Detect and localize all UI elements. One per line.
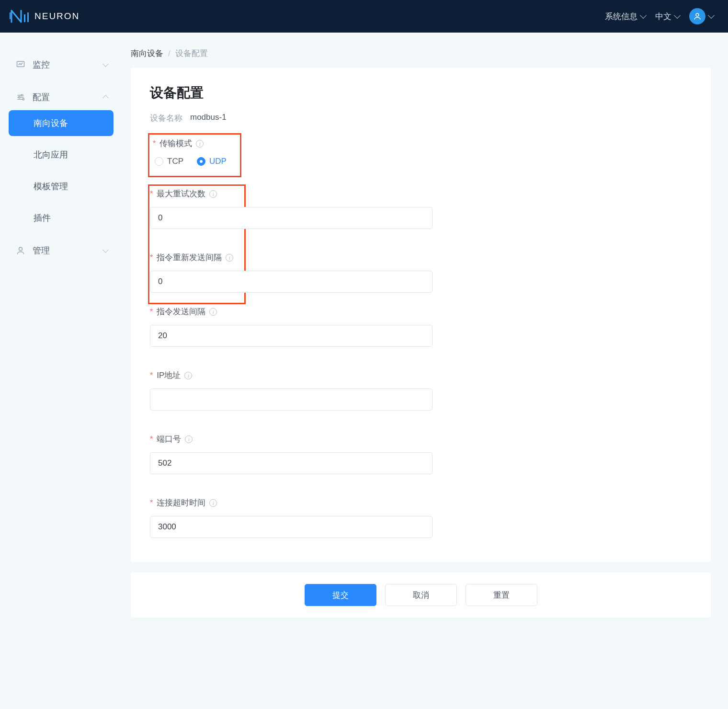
chevron-up-icon: [102, 95, 109, 101]
chevron-down-icon: [102, 61, 109, 67]
info-icon[interactable]: i: [209, 190, 217, 198]
page-title: 设备配置: [150, 84, 692, 102]
required-indicator: *: [150, 308, 153, 316]
max-retry-input[interactable]: [150, 207, 432, 229]
max-retry-group: * 最大重试次数 i: [150, 188, 692, 229]
user-icon: [693, 12, 702, 21]
main-content: 南向设备 / 设备配置 设备配置 设备名称 modbus-1 * 传输模式 i: [122, 33, 728, 709]
monitor-icon: [15, 59, 26, 70]
breadcrumb: 南向设备 / 设备配置: [131, 48, 711, 59]
transport-mode-group: * 传输模式 i TCP UDP: [150, 138, 692, 166]
send-interval-label: 指令发送间隔: [157, 306, 205, 317]
resend-interval-label: 指令重新发送间隔: [157, 252, 222, 263]
timeout-label: 连接超时时间: [157, 497, 205, 508]
timeout-input[interactable]: [150, 516, 432, 538]
sidebar-item-label: 配置: [33, 91, 50, 103]
neuron-logo-icon: [10, 10, 30, 23]
sidebar-item-label: 模板管理: [34, 181, 68, 192]
radio-label: TCP: [167, 157, 183, 166]
chevron-down-icon: [102, 247, 109, 253]
language-label: 中文: [655, 11, 671, 22]
ip-address-group: * IP地址 i: [150, 370, 692, 411]
info-icon[interactable]: i: [209, 499, 217, 507]
config-card: 设备配置 设备名称 modbus-1 * 传输模式 i: [131, 68, 711, 562]
chevron-down-icon: [640, 12, 647, 19]
ip-address-input[interactable]: [150, 389, 432, 411]
radio-udp[interactable]: UDP: [197, 157, 227, 166]
ip-address-label: IP地址: [157, 370, 181, 381]
send-interval-group: * 指令发送间隔 i: [150, 306, 692, 347]
svg-point-7: [23, 99, 24, 100]
required-indicator: *: [150, 371, 153, 380]
app-header: NEURON 系统信息 中文: [0, 0, 728, 33]
required-indicator: *: [150, 190, 153, 198]
submit-button[interactable]: 提交: [305, 584, 376, 606]
sidebar-item-template[interactable]: 模板管理: [9, 173, 114, 199]
timeout-group: * 连接超时时间 i: [150, 497, 692, 538]
max-retry-label: 最大重试次数: [157, 188, 205, 199]
transport-mode-label: 传输模式: [159, 138, 192, 149]
sidebar-item-plugin[interactable]: 插件: [9, 205, 114, 231]
svg-rect-1: [27, 12, 29, 22]
resend-interval-group: * 指令重新发送间隔 i: [150, 252, 692, 293]
port-input[interactable]: [150, 452, 432, 474]
svg-point-3: [696, 13, 699, 16]
cancel-button[interactable]: 取消: [385, 584, 457, 606]
required-indicator: *: [150, 253, 153, 262]
radio-icon: [155, 157, 163, 166]
chevron-down-icon: [708, 12, 715, 19]
svg-rect-2: [10, 12, 11, 19]
info-icon[interactable]: i: [196, 140, 204, 148]
language-menu[interactable]: 中文: [655, 11, 680, 22]
sliders-icon: [15, 92, 26, 103]
action-bar: 提交 取消 重置: [131, 572, 711, 618]
sidebar-item-label: 北向应用: [34, 149, 68, 160]
send-interval-input[interactable]: [150, 325, 432, 347]
radio-icon: [197, 157, 205, 166]
sidebar-item-south-device[interactable]: 南向设备: [9, 110, 114, 136]
info-icon[interactable]: i: [185, 435, 193, 443]
sidebar-item-label: 插件: [34, 212, 51, 224]
required-indicator: *: [153, 139, 156, 148]
system-info-label: 系统信息: [605, 11, 637, 22]
sidebar-item-config[interactable]: 配置: [9, 84, 114, 110]
sidebar: 监控 配置 南向设备 北向应用 模板: [0, 33, 122, 709]
svg-rect-0: [24, 14, 25, 22]
avatar: [689, 8, 705, 24]
brand-text: NEURON: [34, 11, 80, 22]
port-label: 端口号: [157, 434, 181, 445]
svg-point-8: [19, 247, 23, 251]
required-indicator: *: [150, 435, 153, 444]
sidebar-item-label: 南向设备: [34, 117, 68, 129]
system-info-menu[interactable]: 系统信息: [605, 11, 646, 22]
user-icon: [15, 245, 26, 256]
sidebar-item-label: 监控: [33, 59, 50, 70]
radio-tcp[interactable]: TCP: [155, 157, 183, 166]
svg-point-6: [19, 96, 20, 98]
info-icon[interactable]: i: [226, 254, 233, 262]
info-icon[interactable]: i: [184, 372, 192, 379]
svg-point-5: [21, 94, 23, 96]
sidebar-item-north-app[interactable]: 北向应用: [9, 142, 114, 168]
reset-button[interactable]: 重置: [466, 584, 537, 606]
sidebar-item-admin[interactable]: 管理: [9, 238, 114, 263]
chevron-down-icon: [674, 12, 681, 19]
sidebar-item-label: 管理: [33, 245, 50, 256]
required-indicator: *: [150, 499, 153, 507]
port-group: * 端口号 i: [150, 434, 692, 474]
brand-logo: NEURON: [10, 10, 80, 23]
sidebar-item-monitor[interactable]: 监控: [9, 52, 114, 78]
device-name-value: modbus-1: [190, 113, 227, 124]
radio-label: UDP: [209, 157, 227, 166]
breadcrumb-current: 设备配置: [175, 48, 208, 59]
breadcrumb-south[interactable]: 南向设备: [131, 48, 163, 59]
user-menu[interactable]: [689, 8, 714, 24]
resend-interval-input[interactable]: [150, 271, 432, 293]
info-icon[interactable]: i: [209, 308, 217, 316]
device-name-label: 设备名称: [150, 113, 182, 124]
breadcrumb-separator: /: [168, 49, 171, 58]
